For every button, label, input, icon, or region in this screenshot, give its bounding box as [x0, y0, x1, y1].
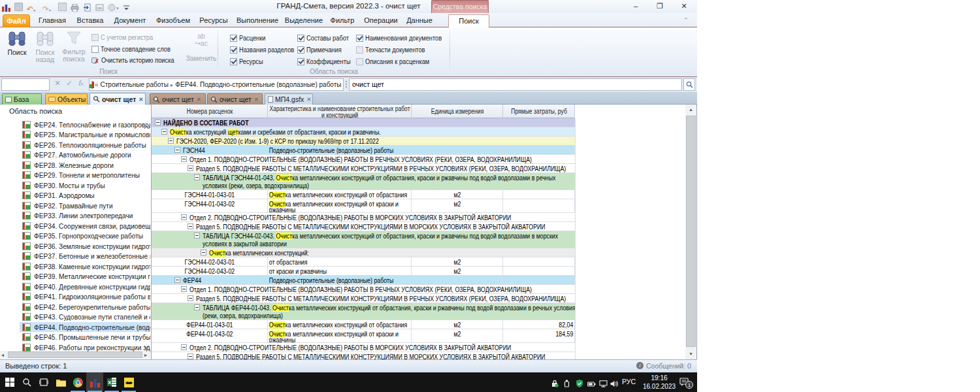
ribbon-tab-операции[interactable]: Операции	[361, 14, 401, 27]
clear-history-button[interactable]: ✗Очистить историю поиска	[91, 56, 180, 65]
sidebar-item-фер43[interactable]: ФЕР43. Судовозные пути стапелей и слипов	[20, 312, 150, 322]
contextual-tab-header[interactable]: Средства поиска	[431, 0, 489, 13]
scroll-thumb[interactable]	[686, 116, 696, 347]
table-row-9[interactable]: Отдел 2. ПОДВОДНО-СТРОИТЕЛЬНЫЕ (ВОДОЛАЗН…	[152, 213, 576, 222]
sidebar-item-фер44[interactable]: ФЕР44. Подводно-строительные (водолазные…	[20, 322, 150, 332]
option-checkbox-с-учетом-регистра[interactable]: С учетом регистра	[91, 33, 157, 42]
status-messages[interactable]: i Сообщений: 0	[634, 360, 697, 372]
collapse-icon[interactable]	[194, 304, 200, 310]
doc-tab-search-3[interactable]: очист щет✕	[150, 93, 206, 105]
table-row-17[interactable]: Раздел 5. ПОДВОДНЫЕ РАБОТЫ С МЕТАЛЛИЧЕСК…	[152, 294, 576, 303]
doc-tab-base[interactable]: База	[2, 93, 42, 105]
tray-shield-icon[interactable]	[576, 378, 583, 390]
tab-close-icon[interactable]: ✕	[306, 96, 311, 103]
ribbon-tab-главная[interactable]: Главная	[34, 14, 71, 27]
tray-usb-icon[interactable]	[563, 378, 570, 390]
scope-checkbox-составы-работ[interactable]: Составы работ	[297, 34, 352, 42]
collapse-icon[interactable]	[174, 147, 180, 153]
sidebar-item-фер26[interactable]: ФЕР26. Теплоизоляционные работы	[20, 140, 150, 150]
doc-tab-objects[interactable]: Объекты	[45, 93, 88, 105]
table-row-4[interactable]: Отдел 1. ПОДВОДНО-СТРОИТЕЛЬНЫЕ (ВОДОЛАЗН…	[152, 155, 576, 164]
collapse-icon[interactable]	[168, 138, 174, 144]
tray-clock[interactable]: 19:1616.02.2023	[640, 374, 678, 391]
sidebar-item-фер37[interactable]: ФЕР37. Бетонные и железобетонные констру…	[20, 252, 150, 261]
ribbon-tab-фильтр[interactable]: Фильтр	[327, 14, 358, 27]
table-row-1[interactable]: Очистка конструкций щетками и скребками …	[152, 127, 576, 137]
sidebar-item-фер42[interactable]: ФЕР42. Берегоукрепительные работы	[20, 302, 150, 312]
table-row-13[interactable]: ГЭСН44-02-043-01от обрастаниям2	[152, 257, 576, 267]
фильтр-поиска-button[interactable]: Фильтрпоиска	[59, 29, 88, 74]
collapse-ribbon-icon[interactable]: ⌃	[683, 17, 689, 24]
sidebar-item-фер25[interactable]: ФЕР25. Магистральные и промысловые трубо…	[20, 130, 150, 140]
ribbon-tab-данные[interactable]: Данные	[404, 14, 435, 27]
collapse-icon[interactable]	[188, 165, 193, 171]
minimize-button[interactable]: –	[626, 0, 645, 12]
table-row-15[interactable]: ФЕР44Подводно-строительные (водолазные) …	[152, 276, 576, 285]
sidebar-item-фер33[interactable]: ФЕР33. Линии электропередачи	[20, 211, 150, 221]
restore-button[interactable]: ❐	[650, 0, 670, 12]
collapse-icon[interactable]	[161, 129, 167, 135]
sidebar-item-фер30[interactable]: ФЕР30. Мосты и трубы	[20, 180, 150, 190]
ribbon-tab-вставка[interactable]: Вставка	[73, 14, 107, 27]
sidebar-item-фер32[interactable]: ФЕР32. Трамвайные пути	[20, 201, 150, 210]
search-input[interactable]: очист щет	[349, 78, 682, 91]
table-row-21[interactable]: Отдел 2. ПОДВОДНО-СТРОИТЕЛЬНЫЕ (ВОДОЛАЗН…	[152, 343, 576, 352]
collapse-icon[interactable]	[155, 120, 161, 125]
taskbar-grand-smeta[interactable]	[86, 372, 103, 392]
scope-checkbox-описания-к-расценкам[interactable]: Описания к расценкам	[356, 57, 434, 66]
scope-checkbox-расценки[interactable]: Расценки	[230, 34, 268, 42]
scope-checkbox-ресурсы[interactable]: Ресурсы	[230, 57, 265, 66]
ribbon-tab-выполнение[interactable]: Выполнение	[234, 14, 281, 27]
breadcrumb-item-2[interactable]: ФЕР44. Подводно-строительные (водолазные…	[175, 81, 341, 88]
ribbon-tab-ресурсы[interactable]: Ресурсы	[196, 14, 231, 27]
collapse-icon[interactable]	[181, 286, 187, 292]
scope-checkbox-примечания[interactable]: Примечания	[297, 46, 344, 54]
ribbon-tab-файл[interactable]: Файл	[3, 14, 30, 27]
collapse-icon[interactable]	[181, 214, 187, 220]
taskbar-search[interactable]	[18, 372, 35, 392]
table-row-10[interactable]: Раздел 5. ПОДВОДНЫЕ РАБОТЫ С МЕТАЛЛИЧЕСК…	[152, 222, 576, 231]
scope-checkbox-коэффициенты[interactable]: Коэффициенты	[297, 57, 354, 66]
tab-close-icon[interactable]: ✕	[139, 96, 143, 103]
collapse-crumb-icon[interactable]: «	[95, 81, 99, 88]
table-row-12[interactable]: Очистка металлических конструкций:	[152, 248, 576, 257]
sidebar-item-фер41[interactable]: ФЕР41. Гидроизоляционные работы в гидрот…	[20, 292, 150, 302]
tab-close-icon[interactable]: ✕	[197, 96, 201, 103]
tray-language[interactable]: РУС	[622, 378, 636, 385]
fx-button[interactable]: fx	[76, 79, 86, 87]
collapse-icon[interactable]	[188, 353, 193, 359]
scope-checkbox-техчасти-документов[interactable]: Техчасти документов	[356, 46, 429, 54]
column-header-0[interactable]: Номера расценок	[152, 105, 268, 118]
tray-network-icon[interactable]	[599, 378, 608, 390]
option-checkbox-точное-совпадение-слов[interactable]: Точное совпадение слов	[91, 45, 176, 54]
taskbar-bat-app[interactable]	[120, 372, 137, 392]
sidebar-item-фер27[interactable]: ФЕР27. Автомобильные дороги	[20, 150, 150, 160]
tray-lock-icon[interactable]	[551, 378, 559, 390]
column-header-2[interactable]: Единица измерения	[412, 105, 503, 118]
sidebar-item-фер28[interactable]: ФЕР28. Железные дороги	[20, 160, 150, 170]
table-row-18[interactable]: ТАБЛИЦА ФЕР44-01-043. Очистка металличес…	[152, 303, 576, 320]
table-row-6[interactable]: ТАБЛИЦА ГЭСН44-01-043. Очистка металличе…	[152, 173, 576, 190]
sidebar-item-фер29[interactable]: ФЕР29. Тоннели и метрополитены	[20, 171, 150, 180]
taskbar-start[interactable]	[1, 372, 18, 392]
close-button[interactable]: ✕	[674, 0, 694, 12]
table-row-2[interactable]: ГЭСН-2020, ФЕР-2020 (с Изм. 1-9) с КСР п…	[152, 137, 576, 146]
sidebar-item-фер36[interactable]: ФЕР36. Земляные конструкции гидротехниче…	[20, 241, 150, 251]
breadcrumb[interactable]: « Строительные работы ▸ ФЕР44. Подводно-…	[89, 78, 344, 91]
table-row-14[interactable]: ГЭСН44-02-043-02от краски и ржавчиным2	[152, 267, 576, 276]
table-row-7[interactable]: ГЭСН44-01-043-01Очистка металлических ко…	[152, 190, 576, 199]
collapse-icon[interactable]	[174, 277, 180, 283]
doc-tab-doc[interactable]: МП4.gsfx✕	[265, 93, 313, 105]
ribbon-tab-документ[interactable]: Документ	[110, 14, 150, 27]
breadcrumb-item-1[interactable]: Строительные работы	[101, 81, 169, 88]
table-vscrollbar[interactable]: ▲ ▼	[685, 105, 696, 359]
cancel-button[interactable]: ✕	[52, 79, 63, 88]
table-row-16[interactable]: Отдел 1. ПОДВОДНО-СТРОИТЕЛЬНЫЕ (ВОДОЛАЗН…	[152, 285, 576, 294]
sidebar-item-фер45[interactable]: ФЕР45. Промышленные печи и трубы	[20, 333, 150, 342]
column-header-3[interactable]: Прямые затраты, руб	[503, 105, 575, 118]
column-header-1[interactable]: Характеристика и наименование строительн…	[268, 105, 412, 118]
table-row-11[interactable]: ТАБЛИЦА ГЭСН44-02-043. Очистка металличе…	[152, 231, 576, 248]
sidebar-item-фер34[interactable]: ФЕР34. Сооружения связи, радиовещания и …	[20, 221, 150, 231]
accept-button[interactable]: ✓	[64, 79, 74, 88]
scope-checkbox-наименования-документов[interactable]: Наименования документов	[356, 34, 448, 42]
